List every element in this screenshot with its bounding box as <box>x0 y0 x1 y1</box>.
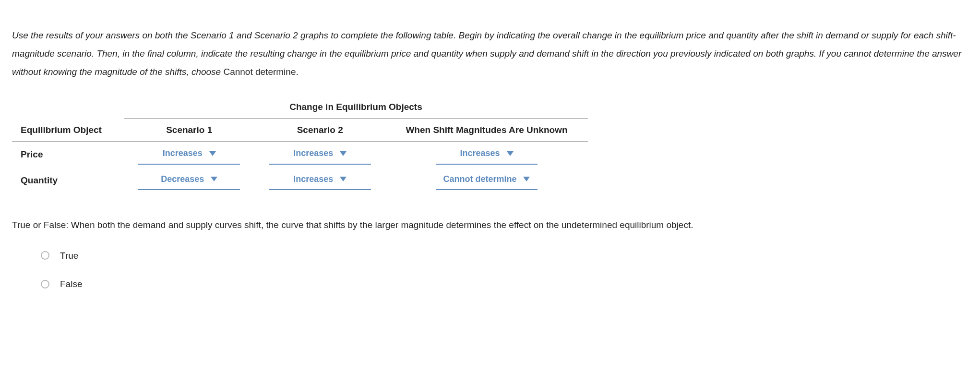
dropdown-quantity-scenario1[interactable]: Decreases <box>138 170 240 190</box>
radio-option-true[interactable]: True <box>41 247 968 264</box>
dropdown-value: Increases <box>163 145 203 161</box>
dropdown-value: Increases <box>293 171 333 187</box>
chevron-down-icon <box>340 151 347 156</box>
instructions-italic: Use the results of your answers on both … <box>12 30 961 77</box>
dropdown-value: Decreases <box>161 171 204 187</box>
dropdown-price-unknown[interactable]: Increases <box>436 144 538 164</box>
equilibrium-table: Change in Equilibrium Objects Equilibriu… <box>12 96 588 193</box>
chevron-down-icon <box>340 177 347 181</box>
col-header-unknown: When Shift Magnitudes Are Unknown <box>385 119 588 142</box>
radio-label: True <box>60 247 78 264</box>
instructions-text: Use the results of your answers on both … <box>12 26 968 81</box>
svg-marker-3 <box>211 177 217 181</box>
table-row: Price Increases Increases <box>12 142 588 168</box>
col-header-scenario2: Scenario 2 <box>254 119 385 142</box>
col-header-scenario1: Scenario 1 <box>124 119 255 142</box>
table-row: Quantity Decreases Increases <box>12 168 588 193</box>
dropdown-value: Increases <box>460 145 500 161</box>
radio-label: False <box>60 276 82 292</box>
dropdown-price-scenario2[interactable]: Increases <box>269 144 371 164</box>
svg-marker-4 <box>340 177 347 181</box>
row-label-price: Price <box>12 142 124 168</box>
dropdown-price-scenario1[interactable]: Increases <box>138 144 240 164</box>
chevron-down-icon <box>209 151 216 156</box>
svg-marker-5 <box>523 177 530 181</box>
chevron-down-icon <box>523 177 530 181</box>
chevron-down-icon <box>211 177 217 181</box>
table-super-header: Change in Equilibrium Objects <box>124 96 588 119</box>
dropdown-value: Increases <box>293 145 333 161</box>
svg-marker-0 <box>209 151 216 156</box>
radio-icon <box>41 280 49 288</box>
row-label-quantity: Quantity <box>12 168 124 193</box>
radio-icon <box>41 251 49 260</box>
true-false-question: True or False: When both the demand and … <box>12 216 968 234</box>
col-header-object: Equilibrium Object <box>12 119 124 142</box>
dropdown-quantity-scenario2[interactable]: Increases <box>269 170 371 190</box>
radio-option-false[interactable]: False <box>41 276 968 292</box>
svg-marker-1 <box>340 151 347 156</box>
dropdown-value: Cannot determine <box>443 171 516 187</box>
svg-marker-2 <box>507 151 514 156</box>
instructions-plain: Cannot determine. <box>223 67 298 77</box>
dropdown-quantity-unknown[interactable]: Cannot determine <box>436 170 538 190</box>
chevron-down-icon <box>507 151 514 156</box>
